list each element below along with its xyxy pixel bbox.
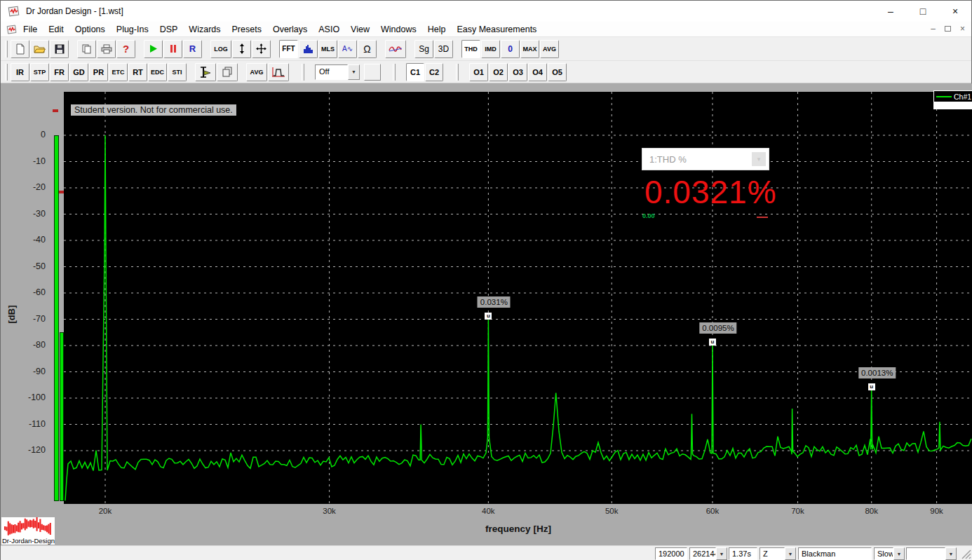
overlay-2-button[interactable]: O2 <box>489 63 508 81</box>
step-response-button[interactable]: STP <box>30 63 49 81</box>
copy-button[interactable] <box>77 40 96 58</box>
3d-view-button[interactable]: 3D <box>434 40 453 58</box>
thd-button[interactable]: THD <box>461 40 480 58</box>
y-axis-label: [dB] <box>6 305 17 325</box>
fft-mode-button[interactable]: FFT <box>279 40 298 58</box>
y-tick-0: 0 <box>18 130 46 139</box>
edc-button[interactable]: EDC <box>148 63 167 81</box>
fft-size-combobox[interactable]: 262144 ▼ <box>689 547 727 560</box>
duration-field[interactable]: 1.37s <box>729 547 757 560</box>
speed-combobox[interactable]: Slow ▼ <box>874 547 905 560</box>
overlay-5-button[interactable]: O5 <box>548 63 567 81</box>
spectrum-bars-icon <box>303 44 314 54</box>
play-button[interactable] <box>144 40 163 58</box>
weighting-combobox[interactable]: Z ▼ <box>760 547 796 560</box>
phase-response-button[interactable]: PR <box>89 63 108 81</box>
peak-marker[interactable]: u <box>868 383 875 390</box>
sti-button[interactable]: STI <box>168 63 187 81</box>
frequency-response-button[interactable]: FR <box>50 63 69 81</box>
group-delay-button[interactable]: GD <box>69 63 88 81</box>
zero-button[interactable]: 0 <box>501 40 520 58</box>
avg-toolbar-button[interactable]: AVG <box>246 63 267 81</box>
menu-item-help[interactable]: Help <box>422 23 452 36</box>
max-hold-button[interactable]: MAX <box>520 40 539 58</box>
sample-rate-field[interactable]: 192000 <box>655 547 687 560</box>
menu-item-presets[interactable]: Presets <box>227 23 267 36</box>
spectrum-bars-button[interactable] <box>299 40 318 58</box>
etc-button[interactable]: ETC <box>109 63 128 81</box>
window-function-field[interactable]: Blackman <box>798 547 872 560</box>
resize-grip[interactable] <box>961 549 971 559</box>
menu-item-wizards[interactable]: Wizards <box>183 23 226 36</box>
channel-1-button[interactable]: C1 <box>406 63 424 81</box>
peak-marker[interactable]: u <box>709 339 716 346</box>
peak-marker[interactable]: u <box>485 313 492 320</box>
toolbar-drag-handle[interactable] <box>5 41 8 57</box>
close-button[interactable]: × <box>939 1 971 22</box>
thd-readout-window[interactable]: 1:THD % ▾ <box>642 149 769 170</box>
measurement-toolbar-drag-handle[interactable] <box>5 64 8 81</box>
speed-dropdown-arrow-icon[interactable]: ▼ <box>893 547 905 560</box>
impulse-response-button[interactable]: IR <box>11 63 29 81</box>
measurement-toolbar: IR STP FR GD PR ETC RT EDC STI AVG <box>1 61 971 83</box>
menu-item-windows[interactable]: Windows <box>375 23 422 36</box>
mdi-minimize-button[interactable]: – <box>927 23 939 34</box>
overlay-1-button[interactable]: O1 <box>469 63 488 81</box>
omega-icon: Ω <box>363 43 370 55</box>
trigger-dropdown-arrow-icon[interactable]: ▼ <box>348 64 360 80</box>
rt-button[interactable]: RT <box>128 63 147 81</box>
fft-size-dropdown-arrow-icon[interactable]: ▼ <box>716 547 727 560</box>
channel-legend[interactable]: Ch#1 <box>933 90 972 102</box>
new-file-icon <box>15 43 25 55</box>
pause-button[interactable] <box>163 40 182 58</box>
pan-move-button[interactable] <box>252 40 271 58</box>
menu-item-file[interactable]: File <box>18 23 43 36</box>
overlay-4-button[interactable]: O4 <box>528 63 547 81</box>
y-tick--120: -120 <box>18 445 46 455</box>
gate-window-icon <box>271 67 285 78</box>
gate-window-button[interactable] <box>268 63 289 81</box>
menu-item-dsp[interactable]: DSP <box>154 23 184 36</box>
wow-flutter-button[interactable] <box>385 40 406 58</box>
help-button[interactable]: ? <box>116 40 135 58</box>
menu-item-options[interactable]: Options <box>69 23 111 36</box>
print-button[interactable] <box>97 40 116 58</box>
impedance-button[interactable]: Ω <box>358 40 377 58</box>
weighting-dropdown-arrow-icon[interactable]: ▼ <box>785 547 796 560</box>
trigger-combobox[interactable]: Off ▼ <box>315 64 360 80</box>
mini-red-dash <box>757 217 768 218</box>
x-tick-60k: 60k <box>698 507 727 515</box>
signal-generator-button[interactable]: Sg <box>414 40 433 58</box>
mdi-restore-button[interactable] <box>942 23 954 34</box>
vertical-zoom-button[interactable] <box>232 40 251 58</box>
spectrum-plot[interactable] <box>64 92 972 504</box>
channel-2-button[interactable]: C2 <box>425 63 443 81</box>
menu-item-view[interactable]: View <box>345 23 375 36</box>
legend-secondary-box <box>933 102 972 109</box>
mdi-close-button[interactable]: × <box>957 23 968 34</box>
mls-mode-button[interactable]: MLS <box>318 40 337 58</box>
blank-button[interactable] <box>364 64 381 81</box>
overlay-3-button[interactable]: O3 <box>508 63 527 81</box>
open-file-button[interactable] <box>30 40 49 58</box>
extra-dropdown-arrow-icon[interactable]: ▼ <box>945 547 957 560</box>
thd-window-button[interactable]: ▾ <box>752 152 766 166</box>
cascade-windows-button[interactable] <box>217 63 238 81</box>
log-scale-button[interactable]: LOG <box>210 40 231 58</box>
extra-combobox[interactable]: ▼ <box>906 547 957 560</box>
menu-item-edit[interactable]: Edit <box>43 23 69 36</box>
mdi-controls: – × <box>927 23 968 36</box>
menu-item-overlays[interactable]: Overlays <box>267 23 313 36</box>
average-button[interactable]: AVG <box>540 40 559 58</box>
new-file-button[interactable] <box>11 40 29 58</box>
menu-item-plug-ins[interactable]: Plug-Ins <box>111 23 154 36</box>
signal-generator-sine-button[interactable]: A∿ <box>338 40 357 58</box>
record-button[interactable]: R <box>183 40 202 58</box>
minimize-button[interactable]: – <box>875 1 907 22</box>
menu-item-easy-measurements[interactable]: Easy Measurements <box>451 23 542 36</box>
imd-button[interactable]: IMD <box>481 40 500 58</box>
calibration-button[interactable] <box>195 63 216 81</box>
maximize-button[interactable]: □ <box>907 1 939 22</box>
save-file-button[interactable] <box>50 40 69 58</box>
menu-item-asio[interactable]: ASIO <box>313 23 345 36</box>
